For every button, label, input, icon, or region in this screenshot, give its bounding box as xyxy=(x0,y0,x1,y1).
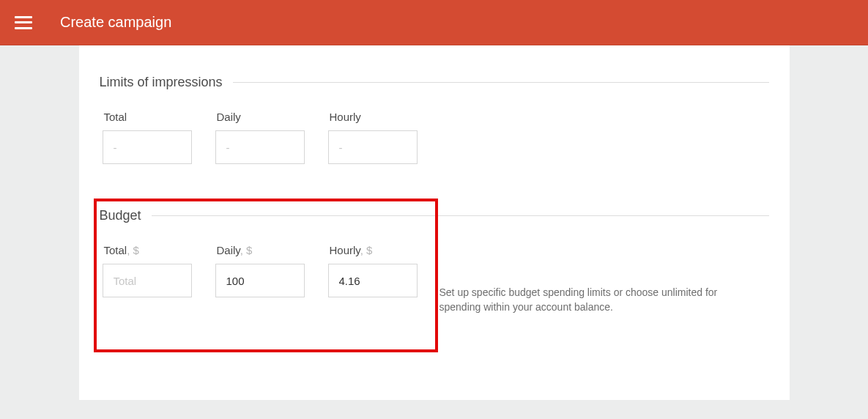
app-header: Create campaign xyxy=(0,0,868,45)
budget-daily-label-text: Daily xyxy=(217,244,240,256)
impressions-total-input[interactable] xyxy=(103,130,192,164)
budget-section: Budget Total, $ Daily, $ xyxy=(100,208,769,315)
impressions-total-field: Total xyxy=(103,111,192,164)
impressions-section: Limits of impressions Total Daily Hourly xyxy=(100,75,769,164)
impressions-daily-label: Daily xyxy=(215,111,305,123)
budget-total-field: Total, $ xyxy=(103,244,192,297)
budget-daily-input[interactable] xyxy=(215,264,305,297)
budget-hourly-label-text: Hourly xyxy=(330,244,360,256)
budget-total-label: Total, $ xyxy=(103,244,192,256)
impressions-total-label: Total xyxy=(103,111,192,123)
page-title: Create campaign xyxy=(60,14,171,31)
section-divider xyxy=(152,215,769,216)
impressions-hourly-label: Hourly xyxy=(328,111,418,123)
impressions-hourly-field: Hourly xyxy=(328,111,418,164)
impressions-title: Limits of impressions xyxy=(100,75,223,90)
campaign-card: Limits of impressions Total Daily Hourly xyxy=(79,45,790,400)
budget-help-text: Set up specific budget spending limits o… xyxy=(439,244,762,315)
content-wrap: Limits of impressions Total Daily Hourly xyxy=(0,45,868,400)
budget-body: Total, $ Daily, $ Hourly, xyxy=(100,244,769,315)
budget-hourly-field: Hourly, $ xyxy=(328,244,418,297)
currency-suffix: , $ xyxy=(360,244,373,256)
section-title-row: Budget xyxy=(100,208,769,223)
impressions-fields: Total Daily Hourly xyxy=(100,111,769,164)
budget-daily-field: Daily, $ xyxy=(215,244,305,297)
impressions-daily-input[interactable] xyxy=(215,130,305,164)
budget-total-input[interactable] xyxy=(103,264,192,297)
section-title-row: Limits of impressions xyxy=(100,75,769,90)
section-divider xyxy=(233,82,769,83)
currency-suffix: , $ xyxy=(240,244,253,256)
budget-fields: Total, $ Daily, $ Hourly, xyxy=(100,244,418,297)
impressions-daily-field: Daily xyxy=(215,111,305,164)
impressions-hourly-input[interactable] xyxy=(328,130,418,164)
budget-hourly-label: Hourly, $ xyxy=(328,244,418,256)
currency-suffix: , $ xyxy=(127,244,139,256)
budget-daily-label: Daily, $ xyxy=(215,244,305,256)
budget-title: Budget xyxy=(100,208,141,223)
budget-hourly-input[interactable] xyxy=(328,264,418,297)
menu-icon[interactable] xyxy=(15,16,32,29)
budget-total-label-text: Total xyxy=(104,244,127,256)
